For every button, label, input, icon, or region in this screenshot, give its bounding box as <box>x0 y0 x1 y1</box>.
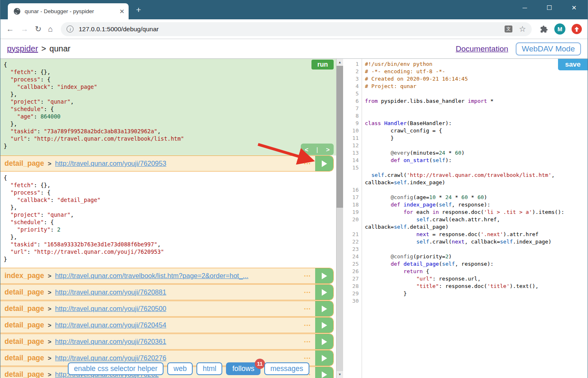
json-line: "taskid": "1658a93332b763e3d1e73d088f6be… <box>4 241 333 248</box>
task-play-button[interactable] <box>315 156 333 171</box>
code-line <box>365 186 588 194</box>
back-icon[interactable]: ← <box>6 25 14 34</box>
task-play-button[interactable] <box>315 350 333 366</box>
address-bar[interactable]: i 127.0.0.1:5000/debug/qunar 文 ☆ <box>61 22 532 36</box>
task-expand-dots-icon[interactable]: ▪▪▪ <box>304 306 311 311</box>
code-line <box>365 297 588 305</box>
task-play-button[interactable] <box>315 268 333 283</box>
url-text[interactable]: 127.0.0.1:5000/debug/qunar <box>78 26 500 33</box>
red-extension-icon[interactable] <box>572 24 582 34</box>
task-play-button[interactable] <box>315 318 333 333</box>
line-number: 16 <box>343 186 359 194</box>
task-row[interactable]: detail_page>http://travel.qunar.com/youj… <box>0 284 334 300</box>
task-row[interactable]: detail_page>http://travel.qunar.com/youj… <box>0 301 334 317</box>
line-number: 26 <box>343 268 359 275</box>
line-number: 18 <box>343 201 359 209</box>
html-button[interactable]: html <box>196 362 222 375</box>
task-separator: > <box>48 305 51 312</box>
task-url-link[interactable]: http://travel.qunar.com/youji/7620454 <box>55 321 300 329</box>
reload-icon[interactable]: ↻ <box>35 24 42 34</box>
code-text[interactable]: #!/usr/bin/env python# -*- encoding: utf… <box>362 59 588 378</box>
tab-close-icon[interactable]: ✕ <box>119 8 125 15</box>
webdav-mode-button[interactable]: WebDAV Mode <box>516 42 581 56</box>
json-line: } <box>4 255 333 263</box>
task-row[interactable]: detail_page>http://travel.qunar.com/youj… <box>0 155 334 172</box>
window-minimize-button[interactable]: ─ <box>521 4 528 12</box>
task-url-link[interactable]: http://travel.qunar.com/youji/7620953 <box>55 160 300 167</box>
window-maximize-button[interactable]: ☐ <box>546 4 553 12</box>
code-line: return { <box>365 268 588 275</box>
task-url-link[interactable]: http://travel.qunar.com/youji/7620500 <box>55 305 300 313</box>
json-line: "taskid": "73a789f99528a2bdc3ab83a139029… <box>4 128 333 135</box>
line-number: 28 <box>343 283 359 290</box>
task-expand-dots-icon[interactable]: ▪▪▪ <box>304 356 311 360</box>
scrollbar-down-icon[interactable]: ▼ <box>337 371 343 378</box>
code-line: "url": response.url, <box>365 275 588 283</box>
pager-prev-button[interactable]: < <box>305 146 309 153</box>
extensions-puzzle-icon[interactable] <box>540 25 548 33</box>
code-line: @config(age=10 * 24 * 60 * 60) <box>365 194 588 201</box>
selected-task-json-editor[interactable]: { "fetch": {}, "process": { "callback": … <box>0 172 336 267</box>
new-tab-button[interactable]: + <box>136 6 141 14</box>
task-callback-label: detail_page <box>5 321 44 329</box>
task-row[interactable]: detail_page>http://travel.qunar.com/youj… <box>0 317 334 333</box>
window-close-button[interactable]: ✕ <box>570 4 578 12</box>
bookmark-star-icon[interactable]: ☆ <box>519 24 526 34</box>
follows-count-badge: 11 <box>255 359 265 369</box>
json-line: } <box>4 142 333 150</box>
code-line: # Created on 2020-09-21 16:14:45 <box>365 75 588 83</box>
web-button[interactable]: web <box>167 362 193 375</box>
code-line: def detail_page(self, response): <box>365 260 588 268</box>
enable-css-selector-helper-button[interactable]: enable css selector helper <box>68 362 164 375</box>
code-line: self.crawl(next, callback=self.index_pag… <box>365 238 588 246</box>
code-line: self.crawl(each.attr.href, <box>365 216 588 223</box>
task-url-link[interactable]: http://travel.qunar.com/youji/7620881 <box>55 288 300 296</box>
code-line: crawl_config = { <box>365 127 588 135</box>
scrollbar-up-icon[interactable]: ▲ <box>337 59 343 66</box>
task-row[interactable]: detail_page>http://travel.qunar.com/youj… <box>0 334 334 350</box>
task-play-button[interactable] <box>315 367 333 378</box>
run-button[interactable]: run <box>311 60 334 70</box>
breadcrumb-pyspider-link[interactable]: pyspider <box>7 44 38 53</box>
profile-avatar[interactable]: M <box>554 23 565 35</box>
task-separator: > <box>48 355 51 362</box>
code-line: } <box>365 135 588 142</box>
task-json-editor[interactable]: { "fetch": {}, "process": { "callback": … <box>0 59 336 155</box>
code-line: } <box>365 290 588 297</box>
task-separator: > <box>48 371 51 378</box>
json-line: "priority": 2 <box>4 226 333 233</box>
home-icon[interactable]: ⌂ <box>48 25 53 34</box>
code-line: "title": response.doc('title').text(), <box>365 283 588 290</box>
follows-button[interactable]: follows11 <box>226 362 261 375</box>
task-play-button[interactable] <box>315 285 333 300</box>
task-expand-dots-icon[interactable]: ▪▪▪ <box>304 339 311 344</box>
task-expand-dots-icon[interactable]: ▪▪▪ <box>304 274 311 278</box>
browser-tab[interactable]: qunar - Debugger - pyspider ✕ <box>8 3 129 19</box>
task-url-link[interactable]: http://travel.qunar.com/youji/7620361 <box>55 338 300 346</box>
task-expand-dots-icon[interactable]: ▪▪▪ <box>304 323 311 327</box>
task-url-link[interactable]: http://travel.qunar.com/travelbook/list.… <box>55 272 300 280</box>
messages-button[interactable]: messages <box>264 362 309 375</box>
scrollbar-thumb[interactable] <box>337 66 343 208</box>
task-play-button[interactable] <box>315 334 333 349</box>
forward-icon[interactable]: → <box>21 25 28 34</box>
task-play-button[interactable] <box>315 301 333 316</box>
task-separator: > <box>48 338 51 345</box>
line-number <box>343 179 359 186</box>
code-editor[interactable]: 1234567891011121314151617181920212223242… <box>343 59 588 378</box>
code-line: @every(minutes=24 * 60) <box>365 149 588 157</box>
line-number: 1 <box>343 60 359 68</box>
line-number: 3 <box>343 75 359 83</box>
panel-scrollbar[interactable]: ▲ ▼ <box>336 59 343 378</box>
code-line <box>365 246 588 253</box>
task-expand-dots-icon[interactable]: ▪▪▪ <box>304 290 311 295</box>
task-row[interactable]: index_page>http://travel.qunar.com/trave… <box>0 268 334 284</box>
site-info-icon[interactable]: i <box>67 26 74 32</box>
task-expand-dots-icon[interactable]: ▪▪▪ <box>304 161 311 166</box>
task-callback-label: detail_page <box>5 370 44 378</box>
documentation-link[interactable]: Documentation <box>456 44 508 53</box>
pager-next-button[interactable]: > <box>326 146 330 153</box>
translate-icon[interactable]: 文 <box>505 26 512 32</box>
save-button[interactable]: save <box>558 59 588 70</box>
task-callback-label: detail_page <box>5 288 44 297</box>
